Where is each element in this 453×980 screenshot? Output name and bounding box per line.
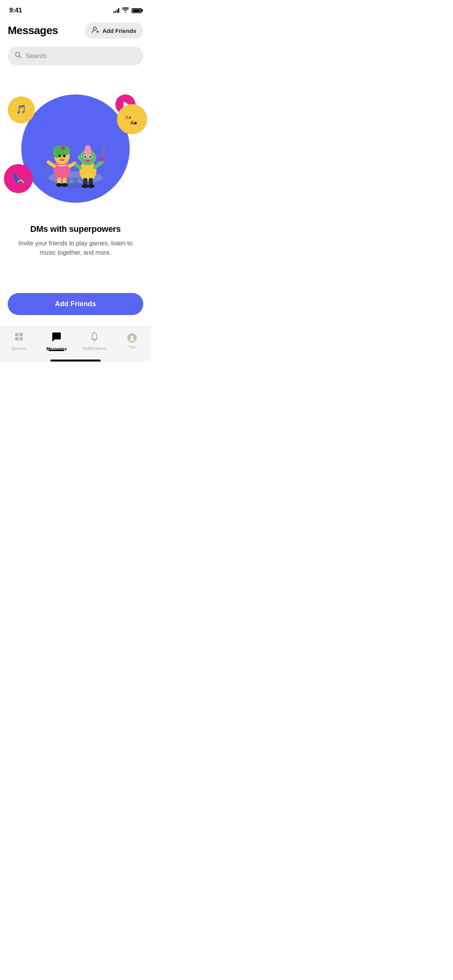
illustration-container: 🎵 A♦ A♠ xyxy=(0,73,151,220)
nav-item-notifications[interactable]: Notifications xyxy=(79,331,110,351)
you-icon xyxy=(127,333,137,343)
header: Messages Add Friends xyxy=(0,19,151,45)
svg-point-19 xyxy=(58,155,61,158)
svg-point-49 xyxy=(130,336,134,339)
signal-icon xyxy=(113,8,120,13)
home-bar xyxy=(50,360,101,362)
text-section: DMs with superpowers Invite your friends… xyxy=(0,220,151,265)
svg-line-13 xyxy=(48,162,54,166)
svg-point-36 xyxy=(84,156,86,158)
svg-point-38 xyxy=(89,156,91,158)
nav-item-you[interactable]: You xyxy=(117,333,148,349)
svg-text:🎵: 🎵 xyxy=(16,104,27,115)
svg-point-0 xyxy=(93,27,96,30)
nav-label-you: You xyxy=(129,344,136,349)
status-icons xyxy=(113,7,142,14)
subtext: Invite your friends to play games, liste… xyxy=(12,239,139,257)
status-time: 9:41 xyxy=(9,7,22,14)
svg-line-27 xyxy=(76,165,80,168)
bottom-nav: Servers Messages Notifications xyxy=(0,327,151,359)
nav-label-notifications: Notifications xyxy=(83,346,106,351)
home-indicator xyxy=(0,359,151,362)
svg-rect-45 xyxy=(15,337,19,341)
svg-rect-43 xyxy=(15,333,19,336)
svg-rect-47 xyxy=(91,339,98,340)
music-badge: 🎵 xyxy=(8,96,35,123)
svg-line-14 xyxy=(70,163,75,166)
add-friends-header-label: Add Friends xyxy=(102,27,136,34)
search-icon xyxy=(15,51,22,60)
svg-point-20 xyxy=(63,155,65,158)
page-title: Messages xyxy=(8,24,58,37)
svg-point-42 xyxy=(88,184,94,188)
svg-rect-44 xyxy=(19,333,23,336)
cta-section: Add Friends xyxy=(0,285,151,327)
notifications-icon xyxy=(89,331,100,344)
svg-rect-46 xyxy=(19,337,23,341)
search-container: Search xyxy=(0,45,151,73)
svg-point-18 xyxy=(61,146,65,150)
svg-point-48 xyxy=(94,340,95,342)
headline: DMs with superpowers xyxy=(12,224,139,234)
wifi-icon xyxy=(122,7,129,14)
svg-line-30 xyxy=(102,147,105,158)
cards-badge: A♦ A♠ xyxy=(117,104,147,134)
add-friends-icon xyxy=(92,26,100,35)
svg-point-31 xyxy=(100,157,104,161)
status-bar: 9:41 xyxy=(0,0,151,19)
servers-icon xyxy=(14,331,24,344)
main-illustration xyxy=(21,94,130,203)
nav-active-indicator xyxy=(49,350,64,351)
draw-badge xyxy=(4,164,33,193)
svg-text:A♠: A♠ xyxy=(130,120,137,126)
add-friends-header-button[interactable]: Add Friends xyxy=(85,22,143,39)
messages-icon xyxy=(51,331,62,345)
svg-point-25 xyxy=(62,183,68,187)
add-friends-cta-button[interactable]: Add Friends xyxy=(8,293,143,315)
search-bar[interactable]: Search xyxy=(8,46,143,65)
battery-icon xyxy=(132,8,142,13)
nav-item-messages[interactable]: Messages xyxy=(41,331,72,351)
svg-point-24 xyxy=(56,183,62,187)
search-placeholder: Search xyxy=(26,52,46,60)
nav-label-servers: Servers xyxy=(12,346,26,351)
nav-item-servers[interactable]: Servers xyxy=(3,331,34,351)
svg-line-28 xyxy=(95,162,102,167)
svg-point-34 xyxy=(78,155,82,160)
